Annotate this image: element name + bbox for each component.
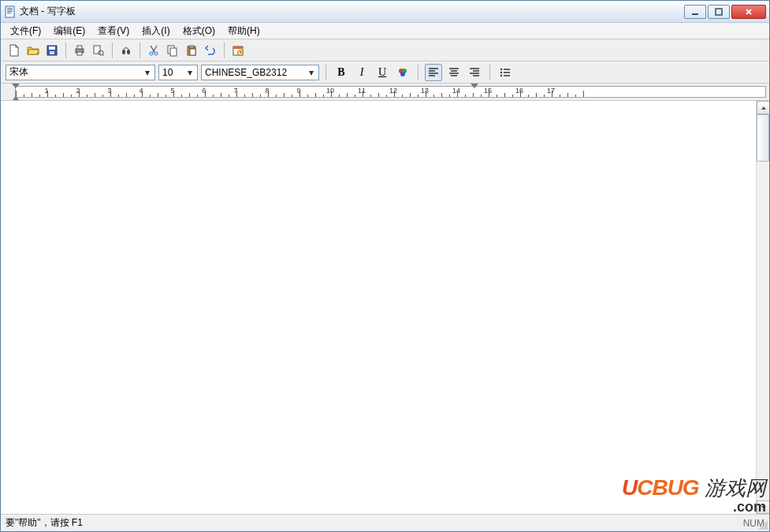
ruler-tick: [63, 93, 64, 97]
align-center-button[interactable]: [445, 64, 463, 81]
font-name-combo[interactable]: 宋体 ▾: [6, 65, 155, 80]
ruler-number: 2: [76, 87, 80, 95]
statusbar: 要"帮助"，请按 F1 NUM: [1, 514, 769, 531]
ruler-tick: [166, 95, 166, 97]
find-icon[interactable]: [117, 42, 135, 59]
ruler-tick: [418, 95, 418, 97]
ruler-tick: [402, 95, 403, 97]
svg-rect-5: [692, 13, 698, 15]
ruler-tick: [378, 93, 379, 97]
bold-button[interactable]: B: [333, 64, 350, 81]
svg-rect-1: [7, 8, 13, 9]
toolbar-separator: [65, 43, 66, 58]
ruler-number: 6: [202, 87, 206, 95]
menu-file[interactable]: 文件(F): [4, 23, 47, 39]
menu-view[interactable]: 查看(V): [91, 23, 136, 39]
app-icon: [4, 6, 17, 18]
minimize-button[interactable]: [684, 5, 706, 19]
resize-grip-icon[interactable]: [757, 519, 768, 530]
close-button[interactable]: [731, 5, 766, 19]
menu-insert[interactable]: 插入(I): [136, 23, 176, 39]
color-button[interactable]: [394, 64, 411, 81]
toolbar-separator: [224, 43, 225, 58]
dropdown-arrow-icon[interactable]: ▾: [306, 67, 317, 78]
ruler-number: 3: [107, 87, 111, 95]
print-icon[interactable]: [71, 42, 88, 59]
ruler-number: 17: [547, 87, 555, 95]
menu-help[interactable]: 帮助(H): [221, 23, 266, 39]
open-icon[interactable]: [24, 42, 42, 59]
menu-format[interactable]: 格式(O): [177, 23, 221, 39]
scroll-up-button[interactable]: [757, 101, 769, 114]
ruler-tick: [134, 95, 135, 97]
document-area[interactable]: [1, 101, 769, 514]
ruler[interactable]: 1234567891011121314151617: [1, 84, 769, 101]
ruler-tick: [158, 93, 158, 97]
ruler-tick: [370, 95, 371, 97]
scroll-down-button[interactable]: [757, 500, 769, 514]
ruler-tick: [497, 95, 497, 97]
ruler-tick: [71, 95, 72, 97]
ruler-tick: [244, 95, 245, 97]
ruler-tick: [39, 95, 40, 97]
svg-rect-20: [170, 48, 177, 56]
window-controls: [684, 5, 766, 19]
svg-point-18: [154, 52, 158, 55]
ruler-tick: [410, 93, 411, 97]
svg-rect-22: [189, 46, 194, 48]
ruler-tick: [213, 95, 214, 97]
charset-combo[interactable]: CHINESE_GB2312 ▾: [201, 65, 319, 80]
svg-point-29: [400, 72, 405, 76]
ruler-number: 5: [170, 87, 174, 95]
italic-button[interactable]: I: [353, 64, 370, 81]
font-size-combo[interactable]: 10 ▾: [158, 65, 198, 80]
svg-rect-11: [77, 46, 82, 49]
svg-rect-12: [77, 52, 82, 55]
svg-point-17: [150, 52, 153, 55]
first-line-indent-marker[interactable]: [12, 84, 20, 88]
undo-icon[interactable]: [202, 42, 219, 59]
paste-icon[interactable]: [183, 42, 200, 59]
svg-rect-13: [94, 46, 100, 54]
ruler-tick: [55, 95, 56, 97]
toolbar-separator: [112, 43, 113, 58]
window-frame: 文档 - 写字板 文件(F) 编辑(E) 查看(V) 插入(I) 格式(O) 帮…: [0, 0, 770, 532]
date-time-icon[interactable]: [229, 42, 247, 59]
menu-edit[interactable]: 编辑(E): [47, 23, 91, 39]
new-icon[interactable]: [6, 42, 23, 59]
vertical-scrollbar[interactable]: [756, 101, 769, 514]
ruler-tick: [197, 95, 198, 97]
ruler-tick: [536, 93, 537, 97]
bullets-button[interactable]: [497, 64, 514, 81]
maximize-button[interactable]: [708, 5, 730, 19]
print-preview-icon[interactable]: [90, 42, 107, 59]
underline-button[interactable]: U: [374, 64, 391, 81]
ruler-tick: [449, 95, 450, 97]
svg-point-16: [127, 50, 130, 54]
ruler-tick: [481, 95, 482, 97]
svg-point-31: [500, 71, 502, 73]
ruler-number: 14: [452, 87, 460, 95]
svg-point-30: [500, 68, 502, 69]
ruler-number: 1: [44, 87, 48, 95]
status-help-text: 要"帮助"，请按 F1: [6, 516, 83, 530]
ruler-tick: [95, 93, 95, 97]
ruler-tick: [276, 95, 277, 97]
svg-rect-4: [7, 13, 11, 13]
copy-icon[interactable]: [164, 42, 181, 59]
ruler-tick: [347, 93, 348, 97]
standard-toolbar: [1, 39, 769, 61]
cut-icon[interactable]: [145, 42, 162, 59]
ruler-tick: [433, 95, 434, 97]
right-indent-marker[interactable]: [471, 84, 478, 88]
align-left-button[interactable]: [425, 64, 442, 81]
dropdown-arrow-icon[interactable]: ▾: [142, 67, 153, 78]
save-icon[interactable]: [43, 42, 61, 59]
ruler-tick: [567, 93, 568, 97]
align-right-button[interactable]: [466, 64, 483, 81]
ruler-number: 9: [296, 87, 300, 95]
svg-rect-2: [7, 9, 13, 10]
ruler-tick: [229, 95, 229, 97]
scroll-thumb[interactable]: [757, 114, 769, 162]
dropdown-arrow-icon[interactable]: ▾: [184, 67, 195, 78]
